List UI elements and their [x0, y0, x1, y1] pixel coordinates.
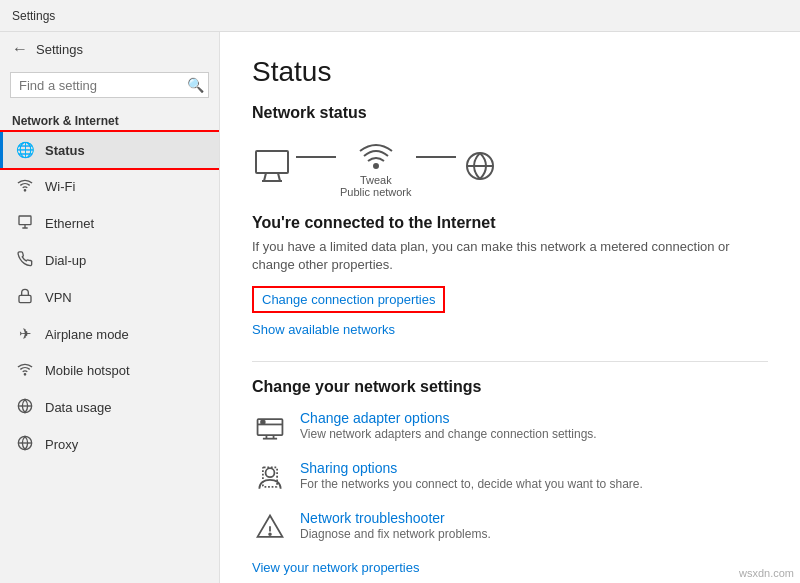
vpn-icon — [15, 288, 35, 307]
footer-link-network-properties[interactable]: View your network properties — [252, 560, 768, 575]
svg-point-12 — [374, 164, 378, 168]
sidebar-item-label-dialup: Dial-up — [45, 253, 86, 268]
search-box[interactable]: 🔍 — [10, 72, 209, 98]
svg-rect-8 — [256, 151, 288, 173]
content-area: Status Network status — [220, 32, 800, 583]
settings-item-sharing: Sharing options For the networks you con… — [252, 460, 768, 496]
search-input[interactable] — [19, 78, 187, 93]
sidebar-item-label-hotspot: Mobile hotspot — [45, 363, 130, 378]
svg-line-9 — [264, 173, 266, 181]
svg-point-21 — [266, 469, 275, 478]
network-diagram: TweakPublic network — [252, 136, 768, 198]
troubleshooter-text: Network troubleshooter Diagnose and fix … — [300, 510, 491, 541]
sharing-icon — [252, 460, 288, 496]
wifi-label: TweakPublic network — [340, 174, 412, 198]
svg-point-3 — [24, 374, 25, 375]
page-title: Status — [252, 56, 768, 88]
line1 — [296, 156, 336, 158]
title-bar: Settings — [0, 0, 800, 32]
change-connection-link[interactable]: Change connection properties — [252, 286, 445, 313]
watermark: wsxdn.com — [739, 567, 794, 579]
sidebar-item-label-ethernet: Ethernet — [45, 216, 94, 231]
sidebar-item-label-airplane: Airplane mode — [45, 327, 129, 342]
sidebar-item-hotspot[interactable]: Mobile hotspot — [0, 352, 219, 389]
proxy-icon — [15, 435, 35, 454]
status-icon: 🌐 — [15, 141, 35, 159]
sidebar-item-dialup[interactable]: Dial-up — [0, 242, 219, 279]
app-container: ← Settings 🔍 Network & Internet 🌐 Status… — [0, 32, 800, 583]
adapter-icon — [252, 410, 288, 446]
svg-rect-2 — [19, 295, 31, 302]
troubleshooter-name[interactable]: Network troubleshooter — [300, 510, 491, 526]
troubleshooter-desc: Diagnose and fix network problems. — [300, 527, 491, 541]
footer-links: View your network properties Windows Fir… — [252, 560, 768, 583]
svg-point-0 — [24, 190, 25, 191]
sidebar-item-vpn[interactable]: VPN — [0, 279, 219, 316]
sidebar-item-wifi[interactable]: Wi-Fi — [0, 168, 219, 205]
sharing-text: Sharing options For the networks you con… — [300, 460, 643, 491]
svg-rect-1 — [19, 216, 31, 225]
sidebar-item-label-status: Status — [45, 143, 85, 158]
svg-line-10 — [278, 173, 280, 181]
sidebar-item-label-datausage: Data usage — [45, 400, 112, 415]
sidebar-item-label-proxy: Proxy — [45, 437, 78, 452]
datausage-icon — [15, 398, 35, 417]
sidebar: ← Settings 🔍 Network & Internet 🌐 Status… — [0, 32, 220, 583]
airplane-icon: ✈ — [15, 325, 35, 343]
connected-subtext: If you have a limited data plan, you can… — [252, 238, 732, 274]
change-settings-title: Change your network settings — [252, 378, 768, 396]
title-bar-title: Settings — [12, 9, 55, 23]
back-label: Settings — [36, 42, 83, 57]
sidebar-item-ethernet[interactable]: Ethernet — [0, 205, 219, 242]
sidebar-item-proxy[interactable]: Proxy — [0, 426, 219, 463]
troubleshooter-icon — [252, 510, 288, 546]
sharing-name[interactable]: Sharing options — [300, 460, 643, 476]
ethernet-icon — [15, 214, 35, 233]
search-icon: 🔍 — [187, 77, 204, 93]
hotspot-icon — [15, 361, 35, 380]
sidebar-item-datausage[interactable]: Data usage — [0, 389, 219, 426]
sidebar-section-title: Network & Internet — [0, 104, 219, 132]
network-status-title: Network status — [252, 104, 768, 122]
show-networks-link[interactable]: Show available networks — [252, 322, 395, 337]
connected-title: You're connected to the Internet — [252, 214, 768, 232]
wifi-icon — [15, 177, 35, 196]
sharing-desc: For the networks you connect to, decide … — [300, 477, 643, 491]
line2 — [416, 156, 456, 158]
globe-icon — [460, 149, 500, 185]
settings-item-adapter: Change adapter options View network adap… — [252, 410, 768, 446]
settings-item-troubleshooter: Network troubleshooter Diagnose and fix … — [252, 510, 768, 546]
svg-rect-17 — [261, 421, 265, 424]
svg-point-24 — [269, 534, 271, 536]
back-button[interactable]: ← Settings — [0, 32, 219, 66]
dialup-icon — [15, 251, 35, 270]
adapter-text: Change adapter options View network adap… — [300, 410, 597, 441]
sidebar-item-airplane[interactable]: ✈ Airplane mode — [0, 316, 219, 352]
sidebar-item-label-vpn: VPN — [45, 290, 72, 305]
adapter-name[interactable]: Change adapter options — [300, 410, 597, 426]
sidebar-item-label-wifi: Wi-Fi — [45, 179, 75, 194]
adapter-desc: View network adapters and change connect… — [300, 427, 597, 441]
back-arrow-icon: ← — [12, 40, 28, 58]
wifi-signal-icon: TweakPublic network — [340, 136, 412, 198]
sidebar-item-status[interactable]: 🌐 Status — [0, 132, 219, 168]
divider — [252, 361, 768, 362]
computer-icon — [252, 149, 292, 185]
